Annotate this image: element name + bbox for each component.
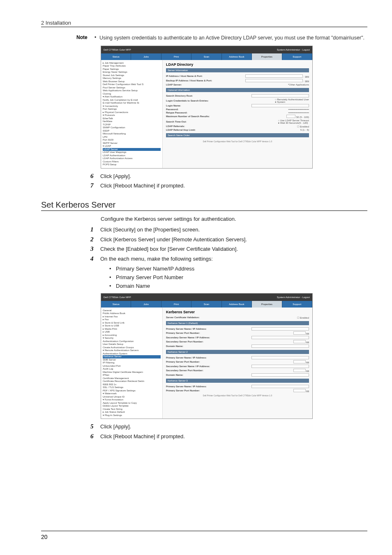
note-row: Note • Using system credentials to authe… <box>76 35 367 42</box>
shot1-logout: System Administrator - Logout <box>277 49 310 51</box>
screenshot-ldap: Dell C7765dn Color MFP System Administra… <box>101 46 367 169</box>
step-6b: 6Click [Reboot Machine] if prompted. <box>90 433 367 440</box>
bullet-domain-name: Domain Name <box>109 282 367 291</box>
step-3b: 3Check the [Enabled] box for [Server Cer… <box>90 245 367 253</box>
tab-address: Address Book <box>222 53 252 60</box>
shot2-sidebar: General Public Address Book ▸ Internet F… <box>101 308 163 419</box>
step-6a: 6Click [Apply]. <box>90 173 367 180</box>
step-4b: 4On the each menu, make the following se… <box>90 255 367 263</box>
tab-scan: Scan <box>191 53 221 60</box>
section-rule <box>41 210 367 211</box>
shot2-title: Dell C7765dn Color MFP <box>104 296 131 298</box>
bar-optional-info: Optional Information <box>166 88 309 92</box>
shot2-footer: Dell Printer Configuration Web Tool for … <box>166 393 309 398</box>
step-7a: 7Click [Reboot Machine] if prompted. <box>90 182 367 190</box>
shot2-main: Kerberos Server Server Certificate Valid… <box>163 308 312 419</box>
shot1-main-title: LDAP Directory <box>166 62 309 67</box>
tab-status: Status <box>101 53 131 60</box>
section-intro: Configure the Kerberos server settings f… <box>101 216 367 222</box>
step-4b-bullets: Primary Server Name/IP Address Primary S… <box>109 265 367 290</box>
bullet-icon: • <box>95 35 99 40</box>
shot1-main: LDAP Directory Server Information IP Add… <box>163 60 312 168</box>
shot1-tabs: Status Jobs Print Scan Address Book Prop… <box>101 53 312 60</box>
bar-server-info: Server Information <box>166 68 309 72</box>
tab-print: Print <box>161 53 191 60</box>
bar-k2: Kerberos Server 2 <box>166 350 309 354</box>
step-2b: 2Click [Kerberos Server] under [Remote A… <box>90 236 367 243</box>
sidebar-ldap-server: LDAP Server <box>103 148 161 151</box>
tab-support: Support <box>282 53 312 60</box>
shot2-main-title: Kerberos Server <box>166 310 309 314</box>
footer-rule <box>41 531 367 531</box>
bar-search-order: Search Name Order <box>166 133 309 137</box>
sidebar-kerberos-server: Kerberos Server <box>103 355 161 358</box>
bar-k3: Kerberos Server 3 <box>166 379 309 383</box>
note-label: Note <box>76 35 95 40</box>
screenshot-kerberos: Dell C7765dn Color MFP System Administra… <box>101 293 367 419</box>
page-number: 20 <box>41 534 48 540</box>
note-text: Using system credentials to authenticate… <box>99 35 367 42</box>
shot1-title: Dell C7765dn Color MFP <box>104 49 131 51</box>
shot1-sidebar: ▸ Job Management Paper Tray Attributes P… <box>101 60 163 168</box>
shot2-tabs: Status Jobs Print Scan Address Book Prop… <box>101 301 312 308</box>
header-rule <box>41 27 367 27</box>
page-header-section: 2 Installation <box>41 20 367 26</box>
bullet-primary-name: Primary Server Name/IP Address <box>109 265 367 273</box>
tab-properties: Properties <box>252 53 282 60</box>
bar-k1: Kerberos Server 1 (Default) <box>166 321 309 325</box>
section-kerberos-title: Set Kerberos Server <box>41 200 367 210</box>
step-1b: 1Click [Security] on the [Properties] sc… <box>90 226 367 234</box>
bullet-primary-port: Primary Server Port Number <box>109 273 367 282</box>
shot1-footer: Dell Printer Configuration Web Tool for … <box>166 139 309 144</box>
step-5b: 5Click [Apply]. <box>90 423 367 430</box>
tab-jobs: Jobs <box>131 53 161 60</box>
shot2-logout: System Administrator - Logout <box>277 296 310 298</box>
